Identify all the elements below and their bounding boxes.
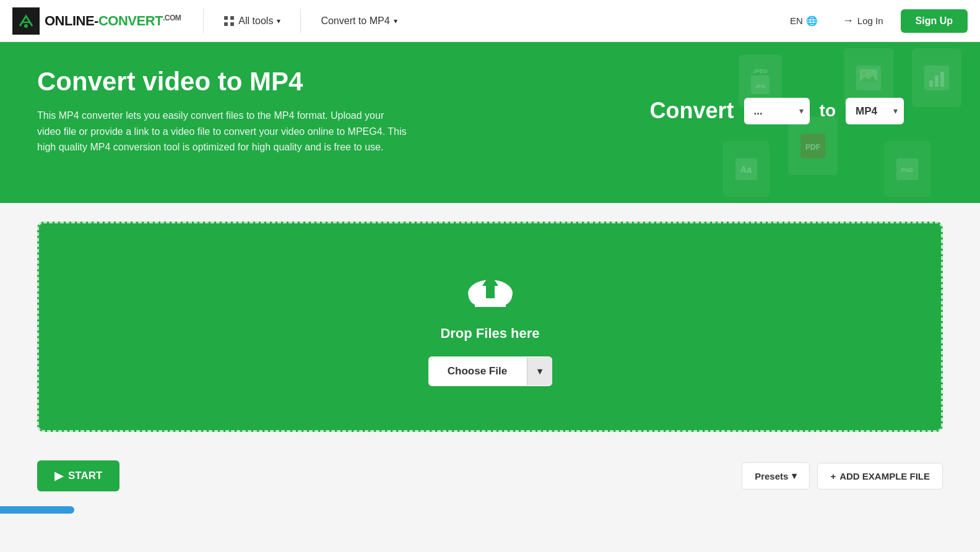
font-file-icon: Aa: [735, 158, 757, 180]
blue-progress-bar: [0, 506, 74, 514]
svg-rect-4: [224, 22, 228, 26]
choose-file-dropdown-icon[interactable]: ▾: [527, 357, 552, 386]
to-format-select[interactable]: MP4 AVI MOV MKV WMV FLV: [846, 98, 904, 124]
presets-chevron-icon: ▾: [792, 470, 797, 481]
bottom-right-actions: Presets ▾ + ADD EXAMPLE FILE: [742, 462, 943, 489]
grid-icon: [223, 15, 235, 27]
svg-rect-5: [230, 22, 234, 26]
hero-title: Convert video to MP4: [37, 67, 613, 97]
choose-file-button[interactable]: Choose File ▾: [428, 356, 552, 386]
nav-divider: [203, 9, 204, 33]
language-button[interactable]: EN 🌐: [783, 12, 825, 30]
svg-text:PNG: PNG: [901, 167, 913, 173]
to-format-wrapper[interactable]: MP4 AVI MOV MKV WMV FLV ▾: [846, 98, 904, 124]
start-button[interactable]: ▶ START: [37, 460, 119, 491]
svg-rect-19: [735, 158, 757, 180]
globe-icon: 🌐: [806, 15, 818, 27]
add-icon: +: [830, 471, 836, 481]
navbar-right: EN 🌐 → Log In Sign Up: [783, 9, 968, 33]
choose-file-label: Choose File: [428, 356, 527, 386]
upload-icon: [462, 267, 518, 311]
from-format-wrapper[interactable]: ... AVI MOV MKV WMV FLV WEBM ▾: [744, 98, 810, 124]
login-button[interactable]: → Log In: [833, 9, 893, 32]
drop-files-text: Drop Files here: [440, 326, 539, 342]
all-tools-chevron-icon: ▾: [277, 17, 280, 25]
svg-rect-14: [940, 72, 944, 87]
svg-rect-3: [230, 16, 234, 20]
hero-converter: Convert ... AVI MOV MKV WMV FLV WEBM ▾ t…: [650, 98, 904, 124]
bottom-bar: ▶ START Presets ▾ + ADD EXAMPLE FILE: [0, 451, 980, 501]
upload-section: Drop Files here Choose File ▾: [0, 203, 980, 451]
logo-icon: [12, 7, 40, 35]
logo-text: ONLINE-CONVERT.COM: [45, 13, 181, 29]
hero-text-block: Convert video to MP4 This MP4 converter …: [37, 67, 613, 155]
start-arrow-icon: ▶: [54, 469, 63, 483]
svg-rect-0: [16, 11, 36, 31]
from-format-select[interactable]: ... AVI MOV MKV WMV FLV WEBM: [744, 98, 810, 124]
signup-button[interactable]: Sign Up: [901, 9, 968, 33]
upload-dropzone[interactable]: Drop Files here Choose File ▾: [37, 222, 943, 432]
logo[interactable]: ONLINE-CONVERT.COM: [12, 7, 181, 35]
svg-rect-11: [924, 66, 949, 90]
convert-to-mp4-button[interactable]: Convert to MP4 ▾: [311, 11, 407, 32]
svg-rect-12: [929, 80, 933, 87]
svg-rect-2: [224, 16, 228, 20]
chart-file-icon: [924, 66, 949, 90]
navbar: ONLINE-CONVERT.COM All tools ▾ Convert t…: [0, 0, 980, 42]
add-example-button[interactable]: + ADD EXAMPLE FILE: [817, 463, 943, 489]
svg-rect-17: [896, 158, 918, 180]
svg-rect-13: [935, 75, 939, 87]
png-file-icon: PNG: [896, 158, 918, 180]
login-arrow-icon: →: [843, 14, 854, 27]
svg-text:Aa: Aa: [740, 165, 752, 175]
hero-section: JPEG JPG PDF: [0, 42, 980, 203]
convert-label: Convert: [650, 98, 734, 124]
to-label: to: [820, 101, 836, 121]
all-tools-button[interactable]: All tools ▾: [214, 11, 290, 32]
presets-button[interactable]: Presets ▾: [742, 462, 810, 489]
hero-description: This MP4 converter lets you easily conve…: [37, 108, 409, 155]
convert-mp4-chevron-icon: ▾: [394, 17, 397, 25]
hero-content: Convert video to MP4 This MP4 converter …: [37, 67, 904, 155]
nav-divider2: [300, 9, 301, 33]
svg-point-1: [24, 24, 28, 28]
